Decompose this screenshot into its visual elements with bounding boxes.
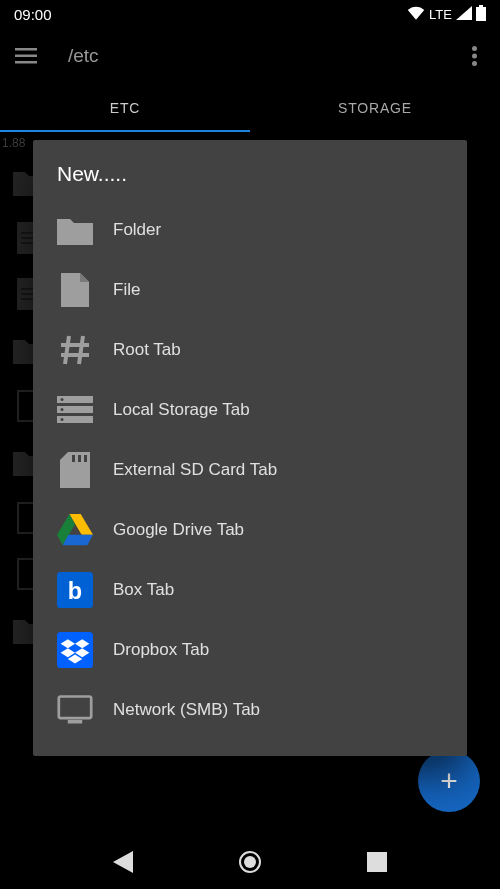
tab-storage-label: STORAGE (338, 100, 412, 116)
folder-icon (57, 212, 93, 248)
svg-point-5 (472, 46, 477, 51)
new-dialog: New..... Folder File Root Tab Local Stor… (33, 140, 467, 756)
dialog-item-label: Box Tab (113, 580, 174, 600)
status-time: 09:00 (14, 6, 52, 23)
google-drive-icon (57, 512, 93, 548)
dialog-item-label: Network (SMB) Tab (113, 700, 260, 720)
signal-icon (456, 6, 472, 23)
dialog-item-label: Google Drive Tab (113, 520, 244, 540)
nav-bar (0, 834, 500, 889)
nav-back[interactable] (109, 848, 137, 876)
sd-card-icon (57, 452, 93, 488)
dialog-item-label: Dropbox Tab (113, 640, 209, 660)
svg-rect-2 (15, 48, 37, 51)
status-bar: 09:00 LTE (0, 0, 500, 28)
dialog-item-label: Root Tab (113, 340, 181, 360)
dialog-item-label: External SD Card Tab (113, 460, 277, 480)
plus-icon: + (440, 764, 458, 798)
tab-storage[interactable]: STORAGE (250, 84, 500, 132)
file-icon (57, 272, 93, 308)
svg-rect-26 (84, 455, 87, 462)
dialog-item-label: Local Storage Tab (113, 400, 250, 420)
nav-home[interactable] (236, 848, 264, 876)
storage-icon (57, 392, 93, 428)
dialog-item-label: Folder (113, 220, 161, 240)
svg-rect-34 (367, 852, 387, 872)
fab-add[interactable]: + (418, 750, 480, 812)
tab-etc-label: ETC (110, 100, 140, 116)
svg-point-23 (61, 418, 64, 421)
path-text[interactable]: /etc (68, 45, 460, 67)
hash-icon (57, 332, 93, 368)
new-network-smb-tab-item[interactable]: Network (SMB) Tab (33, 680, 467, 740)
svg-rect-3 (15, 55, 37, 58)
svg-point-21 (61, 398, 64, 401)
svg-rect-4 (15, 61, 37, 64)
new-file-item[interactable]: File (33, 260, 467, 320)
svg-point-6 (472, 54, 477, 59)
svg-rect-31 (68, 720, 82, 724)
tab-etc[interactable]: ETC (0, 84, 250, 132)
new-dropbox-tab-item[interactable]: Dropbox Tab (33, 620, 467, 680)
svg-point-22 (61, 408, 64, 411)
lte-label: LTE (429, 7, 452, 22)
tabs: ETC STORAGE (0, 84, 500, 132)
svg-line-14 (65, 336, 69, 364)
svg-rect-30 (59, 697, 91, 719)
more-icon[interactable] (460, 42, 488, 70)
status-right: LTE (407, 5, 486, 24)
svg-line-15 (79, 336, 83, 364)
svg-point-33 (244, 856, 256, 868)
app-bar: /etc (0, 28, 500, 84)
svg-rect-24 (72, 455, 75, 462)
new-root-tab-item[interactable]: Root Tab (33, 320, 467, 380)
hamburger-icon[interactable] (12, 42, 40, 70)
svg-point-7 (472, 61, 477, 66)
new-folder-item[interactable]: Folder (33, 200, 467, 260)
dialog-title: New..... (33, 162, 467, 200)
box-icon: b (57, 572, 93, 608)
battery-icon (476, 5, 486, 24)
wifi-icon (407, 6, 425, 23)
dropbox-icon (57, 632, 93, 668)
svg-rect-0 (476, 7, 486, 21)
nav-recents[interactable] (363, 848, 391, 876)
svg-rect-25 (78, 455, 81, 462)
svg-text:b: b (68, 578, 82, 604)
dialog-item-label: File (113, 280, 140, 300)
new-google-drive-tab-item[interactable]: Google Drive Tab (33, 500, 467, 560)
new-local-storage-tab-item[interactable]: Local Storage Tab (33, 380, 467, 440)
new-external-sd-tab-item[interactable]: External SD Card Tab (33, 440, 467, 500)
monitor-icon (57, 692, 93, 728)
new-box-tab-item[interactable]: b Box Tab (33, 560, 467, 620)
svg-rect-1 (479, 5, 483, 7)
